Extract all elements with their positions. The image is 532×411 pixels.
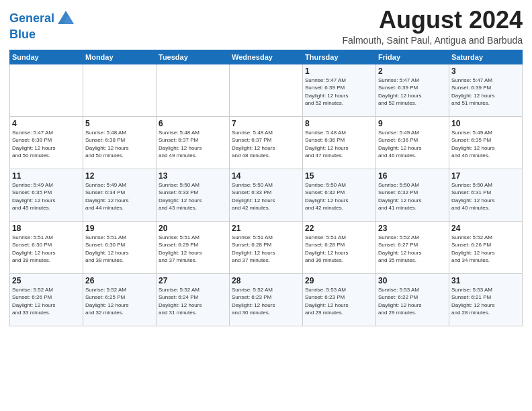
calendar-cell: 18Sunrise: 5:51 AM Sunset: 6:30 PM Dayli… <box>10 221 83 273</box>
day-number: 15 <box>305 171 373 181</box>
day-info: Sunrise: 5:53 AM Sunset: 6:21 PM Dayligh… <box>451 286 520 317</box>
location: Falmouth, Saint Paul, Antigua and Barbud… <box>342 35 523 46</box>
day-info: Sunrise: 5:47 AM Sunset: 6:39 PM Dayligh… <box>305 77 373 107</box>
day-number: 11 <box>12 171 81 181</box>
day-number: 13 <box>159 171 227 181</box>
calendar-cell: 31Sunrise: 5:53 AM Sunset: 6:21 PM Dayli… <box>449 273 523 326</box>
calendar-cell: 9Sunrise: 5:49 AM Sunset: 6:36 PM Daylig… <box>376 116 449 169</box>
title-block: August 2024 Falmouth, Saint Paul, Antigu… <box>342 7 523 46</box>
day-info: Sunrise: 5:47 AM Sunset: 6:39 PM Dayligh… <box>378 77 447 107</box>
calendar-cell: 30Sunrise: 5:53 AM Sunset: 6:22 PM Dayli… <box>376 273 449 326</box>
day-info: Sunrise: 5:49 AM Sunset: 6:35 PM Dayligh… <box>451 129 520 160</box>
calendar-cell: 16Sunrise: 5:50 AM Sunset: 6:32 PM Dayli… <box>376 169 449 221</box>
calendar-cell: 2Sunrise: 5:47 AM Sunset: 6:39 PM Daylig… <box>376 64 449 116</box>
day-info: Sunrise: 5:51 AM Sunset: 6:29 PM Dayligh… <box>159 234 227 265</box>
calendar-cell: 26Sunrise: 5:52 AM Sunset: 6:25 PM Dayli… <box>83 273 157 326</box>
logo: General Blue <box>9 9 75 42</box>
day-info: Sunrise: 5:53 AM Sunset: 6:23 PM Dayligh… <box>305 286 373 317</box>
calendar-cell: 25Sunrise: 5:52 AM Sunset: 6:26 PM Dayli… <box>10 273 83 326</box>
day-info: Sunrise: 5:52 AM Sunset: 6:24 PM Dayligh… <box>159 286 227 317</box>
day-info: Sunrise: 5:51 AM Sunset: 6:30 PM Dayligh… <box>85 234 154 265</box>
day-number: 12 <box>85 171 154 181</box>
day-number: 6 <box>159 119 227 128</box>
calendar-cell: 23Sunrise: 5:52 AM Sunset: 6:27 PM Dayli… <box>376 221 449 273</box>
day-number: 29 <box>305 276 373 285</box>
calendar-cell <box>230 64 303 116</box>
calendar-cell: 3Sunrise: 5:47 AM Sunset: 6:39 PM Daylig… <box>449 64 523 116</box>
col-header-sunday: Sunday <box>10 50 83 64</box>
calendar-table: SundayMondayTuesdayWednesdayThursdayFrid… <box>9 50 523 326</box>
day-info: Sunrise: 5:48 AM Sunset: 6:38 PM Dayligh… <box>85 129 154 160</box>
day-info: Sunrise: 5:50 AM Sunset: 6:33 PM Dayligh… <box>232 181 300 212</box>
day-info: Sunrise: 5:49 AM Sunset: 6:36 PM Dayligh… <box>378 129 447 160</box>
day-number: 27 <box>159 276 227 285</box>
col-header-monday: Monday <box>83 50 157 64</box>
calendar-cell: 5Sunrise: 5:48 AM Sunset: 6:38 PM Daylig… <box>83 116 157 169</box>
day-number: 22 <box>305 224 373 233</box>
calendar-cell <box>10 64 83 116</box>
day-info: Sunrise: 5:47 AM Sunset: 6:38 PM Dayligh… <box>12 129 81 160</box>
day-number: 30 <box>378 276 447 285</box>
day-number: 20 <box>159 224 227 233</box>
col-header-tuesday: Tuesday <box>157 50 230 64</box>
day-info: Sunrise: 5:52 AM Sunset: 6:25 PM Dayligh… <box>85 286 154 317</box>
day-info: Sunrise: 5:51 AM Sunset: 6:28 PM Dayligh… <box>232 234 300 265</box>
calendar-cell: 24Sunrise: 5:52 AM Sunset: 6:26 PM Dayli… <box>449 221 523 273</box>
day-number: 21 <box>232 224 300 233</box>
day-number: 2 <box>378 66 447 76</box>
calendar-cell: 28Sunrise: 5:52 AM Sunset: 6:23 PM Dayli… <box>230 273 303 326</box>
calendar-cell <box>157 64 230 116</box>
calendar-cell: 17Sunrise: 5:50 AM Sunset: 6:31 PM Dayli… <box>449 169 523 221</box>
day-number: 25 <box>12 276 81 285</box>
calendar-cell: 29Sunrise: 5:53 AM Sunset: 6:23 PM Dayli… <box>303 273 376 326</box>
calendar-cell: 7Sunrise: 5:48 AM Sunset: 6:37 PM Daylig… <box>230 116 303 169</box>
col-header-friday: Friday <box>376 50 449 64</box>
day-info: Sunrise: 5:49 AM Sunset: 6:34 PM Dayligh… <box>85 181 154 212</box>
calendar-cell <box>83 64 157 116</box>
day-info: Sunrise: 5:52 AM Sunset: 6:27 PM Dayligh… <box>378 234 447 265</box>
day-info: Sunrise: 5:52 AM Sunset: 6:23 PM Dayligh… <box>232 286 300 317</box>
day-info: Sunrise: 5:50 AM Sunset: 6:31 PM Dayligh… <box>451 181 520 212</box>
calendar-cell: 22Sunrise: 5:51 AM Sunset: 6:28 PM Dayli… <box>303 221 376 273</box>
day-number: 5 <box>85 119 154 128</box>
day-number: 16 <box>378 171 447 181</box>
day-info: Sunrise: 5:52 AM Sunset: 6:26 PM Dayligh… <box>12 286 81 317</box>
calendar-cell: 15Sunrise: 5:50 AM Sunset: 6:32 PM Dayli… <box>303 169 376 221</box>
calendar-cell: 13Sunrise: 5:50 AM Sunset: 6:33 PM Dayli… <box>157 169 230 221</box>
day-number: 14 <box>232 171 300 181</box>
calendar-cell: 19Sunrise: 5:51 AM Sunset: 6:30 PM Dayli… <box>83 221 157 273</box>
logo-text2: Blue <box>9 28 36 41</box>
day-info: Sunrise: 5:52 AM Sunset: 6:26 PM Dayligh… <box>451 234 520 265</box>
day-number: 8 <box>305 119 373 128</box>
day-number: 18 <box>12 224 81 233</box>
day-number: 17 <box>451 171 520 181</box>
day-info: Sunrise: 5:49 AM Sunset: 6:35 PM Dayligh… <box>12 181 81 212</box>
calendar-cell: 1Sunrise: 5:47 AM Sunset: 6:39 PM Daylig… <box>303 64 376 116</box>
day-number: 3 <box>451 66 520 76</box>
logo-text: General <box>9 12 54 26</box>
day-number: 4 <box>12 119 81 128</box>
day-number: 9 <box>378 119 447 128</box>
calendar-cell: 14Sunrise: 5:50 AM Sunset: 6:33 PM Dayli… <box>230 169 303 221</box>
day-info: Sunrise: 5:50 AM Sunset: 6:33 PM Dayligh… <box>159 181 227 212</box>
day-info: Sunrise: 5:48 AM Sunset: 6:37 PM Dayligh… <box>159 129 227 160</box>
col-header-thursday: Thursday <box>303 50 376 64</box>
calendar-cell: 10Sunrise: 5:49 AM Sunset: 6:35 PM Dayli… <box>449 116 523 169</box>
logo-icon <box>56 9 75 28</box>
day-info: Sunrise: 5:47 AM Sunset: 6:39 PM Dayligh… <box>451 77 520 107</box>
day-number: 24 <box>451 224 520 233</box>
day-number: 23 <box>378 224 447 233</box>
col-header-saturday: Saturday <box>449 50 523 64</box>
header: General Blue August 2024 Falmouth, Saint… <box>9 7 523 46</box>
calendar-cell: 6Sunrise: 5:48 AM Sunset: 6:37 PM Daylig… <box>157 116 230 169</box>
col-header-wednesday: Wednesday <box>230 50 303 64</box>
day-number: 28 <box>232 276 300 285</box>
day-number: 1 <box>305 66 373 76</box>
day-number: 7 <box>232 119 300 128</box>
day-info: Sunrise: 5:48 AM Sunset: 6:36 PM Dayligh… <box>305 129 373 160</box>
day-info: Sunrise: 5:51 AM Sunset: 6:28 PM Dayligh… <box>305 234 373 265</box>
day-info: Sunrise: 5:50 AM Sunset: 6:32 PM Dayligh… <box>378 181 447 212</box>
calendar-cell: 20Sunrise: 5:51 AM Sunset: 6:29 PM Dayli… <box>157 221 230 273</box>
calendar-cell: 27Sunrise: 5:52 AM Sunset: 6:24 PM Dayli… <box>157 273 230 326</box>
day-number: 19 <box>85 224 154 233</box>
